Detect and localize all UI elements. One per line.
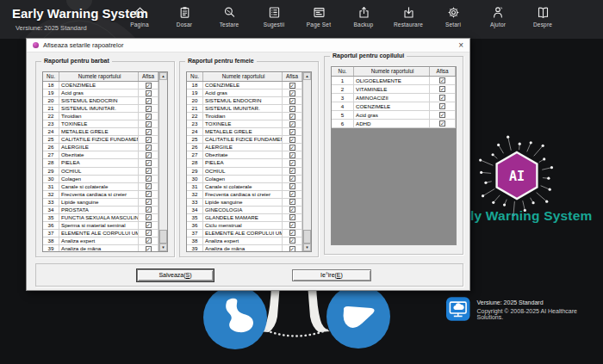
show-checkbox[interactable]: ✓ bbox=[289, 207, 295, 213]
close-icon[interactable]: × bbox=[458, 41, 463, 50]
show-checkbox[interactable]: ✓ bbox=[146, 114, 152, 120]
table-row[interactable]: 26ALERGIILE✓ bbox=[43, 144, 159, 151]
show-checkbox[interactable]: ✓ bbox=[146, 106, 152, 112]
show-checkbox[interactable]: ✓ bbox=[289, 191, 295, 197]
table-row[interactable]: 35GLANDELE MAMARE✓ bbox=[187, 214, 302, 222]
scroll-up-icon[interactable]: ▲ bbox=[303, 72, 311, 80]
show-checkbox[interactable]: ✓ bbox=[146, 238, 152, 244]
table-row[interactable]: 25CALITATILE FIZICE FUNDAMENT✓ bbox=[187, 136, 302, 144]
show-checkbox[interactable]: ✓ bbox=[146, 145, 152, 151]
show-checkbox[interactable]: ✓ bbox=[146, 83, 152, 89]
table-row[interactable]: 34PROSTATA✓ bbox=[43, 207, 159, 214]
table-row[interactable]: 32Frecventa cardiaca si creier✓ bbox=[43, 191, 159, 199]
toolbar-button-setari[interactable]: Setari bbox=[431, 5, 476, 28]
table-row[interactable]: 5Acid gras✓ bbox=[332, 111, 456, 120]
toolbar-button-testare[interactable]: Testare bbox=[207, 5, 252, 28]
table-row[interactable]: 22Tiroidian✓ bbox=[187, 113, 302, 120]
toolbar-button-despre[interactable]: Despre bbox=[520, 5, 565, 28]
table-row[interactable]: 37ELEMENTE ALE CORPULUI UMAN✓ bbox=[187, 230, 302, 238]
table-row[interactable]: 23TOXINELE✓ bbox=[43, 120, 159, 128]
show-checkbox[interactable]: ✓ bbox=[289, 137, 295, 143]
show-checkbox[interactable]: ✓ bbox=[289, 129, 295, 135]
table-row[interactable]: 39Analiza de mâna✓ bbox=[187, 245, 302, 251]
show-checkbox[interactable]: ✓ bbox=[146, 230, 152, 236]
toolbar-button-sugestii[interactable]: Sugestii bbox=[252, 5, 296, 28]
show-checkbox[interactable]: ✓ bbox=[439, 86, 445, 92]
show-checkbox[interactable]: ✓ bbox=[146, 129, 152, 135]
scroll-down-icon[interactable]: ▼ bbox=[159, 244, 167, 251]
exit-button[interactable]: Ie°ire(E) bbox=[292, 269, 371, 281]
table-row[interactable]: 38Analiza expert✓ bbox=[187, 238, 302, 245]
show-checkbox[interactable]: ✓ bbox=[289, 230, 295, 236]
table-row[interactable]: 3AMINOACIZII✓ bbox=[332, 94, 456, 102]
table-row[interactable]: 38Analiza expert✓ bbox=[43, 238, 159, 245]
table-row[interactable]: 28PIELEA✓ bbox=[187, 159, 302, 167]
scroll-down-icon[interactable]: ▼ bbox=[303, 244, 311, 251]
save-button[interactable]: Salveaza(S) bbox=[137, 269, 214, 281]
table-row[interactable]: 20SISTEMUL ENDOCRIN✓ bbox=[43, 97, 159, 105]
show-checkbox[interactable]: ✓ bbox=[146, 176, 152, 182]
show-checkbox[interactable]: ✓ bbox=[146, 98, 152, 104]
show-checkbox[interactable]: ✓ bbox=[146, 222, 152, 228]
table-row[interactable]: 26ALERGIILE✓ bbox=[187, 144, 302, 151]
show-checkbox[interactable]: ✓ bbox=[146, 183, 152, 189]
table-row[interactable]: 34GINECOLOGIA✓ bbox=[187, 207, 302, 214]
table-row[interactable]: 36Sperma si material seminal✓ bbox=[43, 222, 159, 230]
table-row[interactable]: 4COENZIMELE✓ bbox=[332, 102, 456, 111]
toolbar-button-pageset[interactable]: Page Set bbox=[296, 5, 341, 28]
table-row[interactable]: 27Obezitate✓ bbox=[43, 151, 159, 159]
toolbar-button-ajutor[interactable]: Ajutor bbox=[476, 5, 520, 28]
show-checkbox[interactable]: ✓ bbox=[289, 238, 295, 244]
show-checkbox[interactable]: ✓ bbox=[289, 246, 295, 252]
show-checkbox[interactable]: ✓ bbox=[439, 95, 445, 101]
table-row[interactable]: 29OCHIUL✓ bbox=[43, 168, 159, 176]
table-row[interactable]: 2VITAMINELE✓ bbox=[332, 85, 456, 94]
table-row[interactable]: 28PIELEA✓ bbox=[43, 159, 159, 167]
show-checkbox[interactable]: ✓ bbox=[146, 152, 152, 158]
show-checkbox[interactable]: ✓ bbox=[289, 160, 295, 166]
show-checkbox[interactable]: ✓ bbox=[439, 77, 445, 83]
show-checkbox[interactable]: ✓ bbox=[146, 207, 152, 213]
show-checkbox[interactable]: ✓ bbox=[439, 120, 445, 126]
show-checkbox[interactable]: ✓ bbox=[146, 214, 152, 220]
toolbar-button-pagina[interactable]: Pagina bbox=[117, 5, 162, 28]
table-row[interactable]: 19Acid gras✓ bbox=[187, 89, 302, 97]
table-row[interactable]: 22Tiroidian✓ bbox=[43, 113, 159, 120]
show-checkbox[interactable]: ✓ bbox=[289, 183, 295, 189]
toolbar-button-dosar[interactable]: Dosar bbox=[162, 5, 207, 28]
show-checkbox[interactable]: ✓ bbox=[289, 114, 295, 120]
show-checkbox[interactable]: ✓ bbox=[289, 121, 295, 127]
table-row[interactable]: 32Frecventa cardiaca si creier✓ bbox=[187, 191, 302, 199]
table-row[interactable]: 30Colagen✓ bbox=[187, 176, 302, 183]
table-row[interactable]: 25CALITATILE FIZICE FUNDAMENT✓ bbox=[43, 136, 159, 144]
table-row[interactable]: 18COENZIMELE✓ bbox=[43, 82, 159, 89]
table-row[interactable]: 1OLIGOELEMENTE✓ bbox=[332, 77, 456, 85]
show-checkbox[interactable]: ✓ bbox=[146, 199, 152, 205]
show-checkbox[interactable]: ✓ bbox=[146, 191, 152, 197]
table-row[interactable]: 6ADHD✓ bbox=[332, 120, 456, 128]
show-checkbox[interactable]: ✓ bbox=[289, 145, 295, 151]
scroll-up-icon[interactable]: ▲ bbox=[159, 72, 167, 80]
show-checkbox[interactable]: ✓ bbox=[289, 152, 295, 158]
table-row[interactable]: 30Colagen✓ bbox=[43, 176, 159, 183]
toolbar-button-restaurare[interactable]: Restaurare bbox=[386, 5, 431, 28]
vertical-scrollbar[interactable]: ▲ ▼ bbox=[159, 72, 167, 251]
dialog-titlebar[interactable]: Afiseaza setarile rapoatrelor × bbox=[27, 39, 469, 52]
table-row[interactable]: 36Ciclu menstrual✓ bbox=[187, 222, 302, 230]
scrollbar-thumb[interactable] bbox=[303, 230, 311, 244]
show-checkbox[interactable]: ✓ bbox=[289, 222, 295, 228]
table-row[interactable]: 39Analiza de mâna✓ bbox=[43, 245, 159, 251]
table-row[interactable]: 20SISTEMUL ENDOCRIN✓ bbox=[187, 97, 302, 105]
table-row[interactable]: 21SISTEMUL IMUNITAR.✓ bbox=[187, 105, 302, 113]
show-checkbox[interactable]: ✓ bbox=[146, 121, 152, 127]
table-row[interactable]: 31Canale si colaterale✓ bbox=[43, 183, 159, 191]
show-checkbox[interactable]: ✓ bbox=[289, 199, 295, 205]
show-checkbox[interactable]: ✓ bbox=[289, 214, 295, 220]
table-row[interactable]: 19Acid gras✓ bbox=[43, 89, 159, 97]
show-checkbox[interactable]: ✓ bbox=[289, 168, 295, 174]
table-row[interactable]: 37ELEMENTE ALE CORPULUI UMAN✓ bbox=[43, 230, 159, 238]
show-checkbox[interactable]: ✓ bbox=[439, 112, 445, 118]
table-row[interactable]: 27Obezitate✓ bbox=[187, 151, 302, 159]
table-row[interactable]: 21SISTEMUL IMUNITAR.✓ bbox=[43, 105, 159, 113]
table-row[interactable]: 24METALELE GRELE✓ bbox=[187, 128, 302, 136]
